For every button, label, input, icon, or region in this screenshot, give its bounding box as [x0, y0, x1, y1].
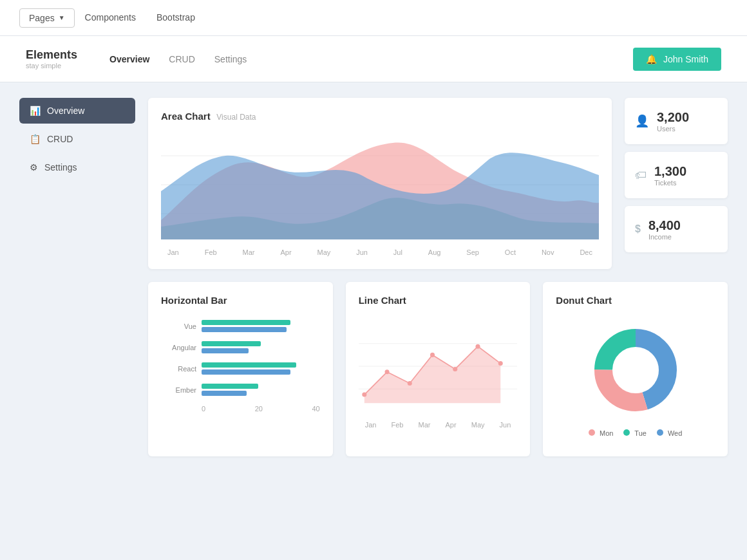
bar-label-angular: Angular	[161, 344, 196, 351]
legend-dot-wed	[657, 429, 663, 436]
x-label-feb: Feb	[205, 248, 217, 256]
bar-blue-react	[202, 369, 290, 375]
header-tabs: Overview CRUD Settings	[109, 51, 633, 67]
bar-group-vue	[202, 320, 320, 332]
bar-teal-ember	[202, 384, 258, 389]
legend-label-mon: Mon	[600, 429, 613, 437]
content-area: Area Chart Visual Data Jan	[148, 98, 728, 456]
stat-users-value: 3,200	[657, 109, 689, 125]
table-icon: 📋	[30, 134, 41, 144]
horizontal-bar-card: Horizontal Bar Vue Angular	[148, 282, 333, 456]
header-bar: Elements stay simple Overview CRUD Setti…	[0, 36, 747, 82]
header-tab-crud[interactable]: CRUD	[169, 51, 194, 67]
bar-label-react: React	[161, 365, 196, 373]
stat-income-label: Income	[648, 233, 681, 241]
svg-point-9	[430, 353, 435, 357]
user-name: John Smith	[663, 54, 708, 64]
x-0: 0	[202, 405, 205, 413]
bar-row-react: React	[161, 362, 320, 375]
legend-dot-mon	[589, 429, 595, 436]
line-chart-svg	[359, 315, 518, 418]
svg-point-7	[384, 369, 389, 374]
area-chart-title: Area Chart	[161, 111, 211, 122]
header-tab-settings[interactable]: Settings	[214, 51, 247, 67]
nav-item-components[interactable]: Components	[75, 1, 146, 35]
x-20: 20	[255, 405, 263, 413]
x-40: 40	[312, 405, 319, 413]
x-label-apr: Apr	[280, 248, 291, 256]
x-label-jul: Jul	[393, 248, 402, 256]
user-button[interactable]: 🔔 John Smith	[633, 48, 721, 71]
area-chart-row: Area Chart Visual Data Jan	[148, 98, 728, 269]
sidebar-item-overview[interactable]: 📊 Overview	[19, 98, 135, 124]
nav-item-bootstrap[interactable]: Bootstrap	[146, 1, 205, 35]
dollar-icon: $	[635, 223, 641, 235]
legend-dot-tue	[623, 429, 630, 436]
stat-income-value: 8,400	[648, 218, 681, 233]
svg-point-10	[453, 367, 457, 371]
stat-income: $ 8,400 Income	[625, 206, 728, 252]
area-chart-card: Area Chart Visual Data Jan	[148, 98, 612, 269]
legend-wed: Wed	[657, 429, 682, 437]
user-icon: 👤	[635, 114, 649, 128]
bottom-row: Horizontal Bar Vue Angular	[148, 282, 728, 456]
legend-label-tue: Tue	[634, 429, 647, 437]
svg-point-12	[498, 361, 502, 366]
bar-label-ember: Ember	[161, 386, 196, 394]
sidebar: 📊 Overview 📋 CRUD ⚙ Settings	[19, 98, 135, 456]
svg-point-8	[407, 381, 411, 386]
hbar-title: Horizontal Bar	[161, 295, 320, 306]
header-tab-overview[interactable]: Overview	[109, 51, 149, 67]
svg-point-6	[362, 393, 366, 397]
stat-income-info: 8,400 Income	[648, 218, 681, 241]
donut-chart-title: Donut Chart	[556, 295, 715, 306]
bar-group-ember	[202, 384, 320, 396]
horizontal-bar-chart: Vue Angular React	[161, 313, 320, 419]
x-label-sep: Sep	[466, 248, 479, 256]
bar-teal-angular	[202, 341, 261, 346]
lc-x-feb: Feb	[391, 421, 403, 429]
lc-x-jun: Jun	[500, 421, 511, 429]
area-chart-subtitle: Visual Data	[216, 113, 256, 122]
bar-blue-angular	[202, 348, 249, 353]
svg-point-11	[475, 344, 480, 349]
bar-row-angular: Angular	[161, 341, 320, 353]
bar-row-ember: Ember	[161, 384, 320, 396]
brand-subtitle: stay simple	[26, 62, 77, 70]
bell-icon: 🔔	[646, 54, 657, 64]
stat-tickets-info: 1,300 Tickets	[654, 163, 686, 187]
sidebar-label-settings: Settings	[44, 162, 77, 173]
settings-icon: ⚙	[30, 162, 38, 173]
bar-group-angular	[202, 341, 320, 353]
x-label-oct: Oct	[505, 248, 516, 256]
caret-icon: ▼	[59, 14, 65, 21]
donut-chart-wrap: Mon Tue Wed	[556, 312, 715, 443]
bar-x-axis: 0 20 40	[161, 405, 320, 413]
area-chart-x-axis: Jan Feb Mar Apr May Jun Jul Aug Sep Oct …	[161, 245, 599, 256]
pages-label: Pages	[29, 13, 55, 23]
lc-x-mar: Mar	[419, 421, 431, 429]
x-label-nov: Nov	[542, 248, 554, 256]
stat-users-info: 3,200 Users	[657, 109, 689, 133]
stats-column: 👤 3,200 Users 🏷 1,300 Tickets $	[625, 98, 728, 269]
sidebar-label-crud: CRUD	[47, 134, 73, 144]
bar-row-vue: Vue	[161, 320, 320, 332]
sidebar-item-settings[interactable]: ⚙ Settings	[19, 154, 135, 180]
bar-blue-ember	[202, 391, 247, 396]
x-label-dec: Dec	[580, 248, 592, 256]
brand-title: Elements	[26, 48, 77, 62]
x-label-mar: Mar	[243, 248, 255, 256]
bar-blue-vue	[202, 327, 287, 332]
stat-users: 👤 3,200 Users	[625, 98, 728, 144]
ticket-icon: 🏷	[635, 169, 647, 182]
stat-tickets: 🏷 1,300 Tickets	[625, 152, 728, 198]
bar-chart-icon: 📊	[30, 106, 41, 116]
sidebar-label-overview: Overview	[47, 106, 84, 116]
bar-label-vue: Vue	[161, 322, 196, 330]
bar-teal-vue	[202, 320, 290, 325]
pages-button[interactable]: Pages ▼	[19, 8, 75, 28]
bar-teal-react	[202, 362, 296, 368]
brand: Elements stay simple	[26, 48, 77, 70]
legend-tue: Tue	[623, 429, 646, 437]
sidebar-item-crud[interactable]: 📋 CRUD	[19, 126, 135, 152]
